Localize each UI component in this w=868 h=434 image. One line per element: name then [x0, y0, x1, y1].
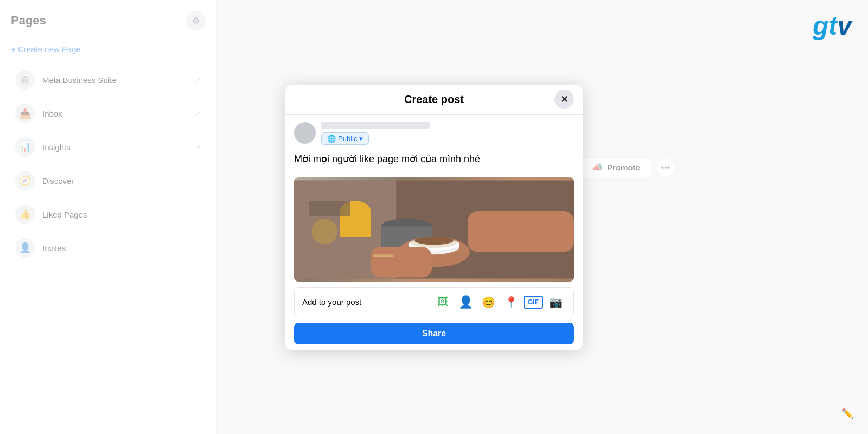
tag-people-button[interactable]: 👤: [455, 292, 476, 312]
post-image: [294, 177, 574, 282]
modal-body: 🌐 Public ▾ Mời mọi người like page mới c…: [285, 115, 583, 350]
svg-rect-12: [468, 211, 574, 252]
globe-icon: 🌐: [327, 135, 336, 143]
user-info: 🌐 Public ▾: [321, 122, 574, 145]
share-button[interactable]: Share: [294, 323, 574, 344]
post-text-input[interactable]: Mời mọi người like page mới của mình nhé: [294, 150, 574, 177]
modal-overlay: Create post ✕ 🌐 Public ▾ M: [0, 0, 868, 434]
audience-selector-button[interactable]: 🌐 Public ▾: [321, 132, 369, 145]
avatar: [294, 122, 316, 144]
svg-rect-16: [309, 201, 350, 216]
gtv-logo: gtv: [813, 11, 852, 41]
user-row: 🌐 Public ▾: [294, 122, 574, 145]
gif-button[interactable]: GIF: [524, 296, 543, 309]
svg-point-15: [312, 219, 337, 244]
location-button[interactable]: 📍: [501, 292, 521, 312]
svg-point-11: [414, 237, 454, 245]
modal-title: Create post: [404, 93, 464, 106]
edit-icon[interactable]: ✏️: [838, 404, 857, 423]
chevron-down-icon: ▾: [359, 135, 363, 143]
svg-rect-13: [371, 247, 432, 277]
feeling-emoji-button[interactable]: 😊: [478, 292, 499, 312]
post-image-svg: [294, 177, 574, 282]
close-button[interactable]: ✕: [554, 90, 574, 109]
svg-rect-14: [373, 254, 394, 257]
user-name-bar: [321, 122, 430, 129]
camera-button[interactable]: 📷: [545, 292, 566, 312]
create-post-modal: Create post ✕ 🌐 Public ▾ M: [285, 85, 583, 350]
add-to-post-bar: Add to your post 🖼 👤 😊 📍 GIF 📷: [294, 287, 574, 317]
modal-header: Create post ✕: [285, 85, 583, 115]
audience-label: Public: [338, 135, 357, 143]
add-icons-group: 🖼 👤 😊 📍 GIF 📷: [432, 292, 566, 312]
add-photo-button[interactable]: 🖼: [432, 292, 453, 312]
add-to-post-label: Add to your post: [302, 297, 361, 307]
